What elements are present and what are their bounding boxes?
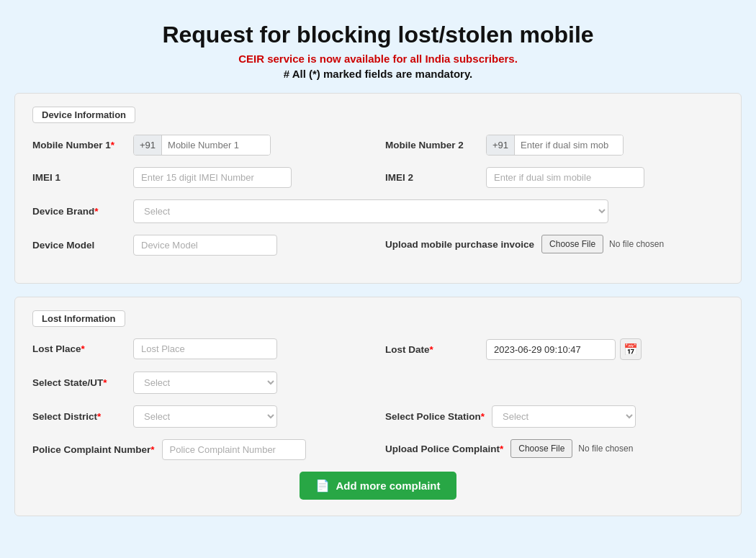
device-information-section: Device Information Mobile Number 1* +91 … — [14, 93, 742, 284]
lost-date-group: Lost Date* 📅 — [385, 338, 724, 360]
model-input[interactable] — [133, 235, 277, 256]
subtitle-black: # All (*) marked fields are mandatory. — [14, 68, 742, 80]
upload-invoice-label: Upload mobile purchase invoice — [385, 239, 534, 250]
police-station-select[interactable]: Select — [492, 405, 636, 428]
date-input-wrapper: 📅 — [486, 338, 642, 360]
lost-place-group: Lost Place* — [32, 338, 371, 359]
district-police-row: Select District* Select Select Police St… — [32, 405, 724, 428]
choose-file-complaint-button[interactable]: Choose File — [510, 439, 572, 458]
mobile-numbers-row: Mobile Number 1* +91 Mobile Number 2 +91 — [32, 135, 724, 156]
state-group: Select State/UT* Select — [32, 372, 371, 394]
mobile2-group: Mobile Number 2 +91 — [385, 135, 724, 156]
add-more-icon: 📄 — [315, 479, 330, 492]
imei2-label: IMEI 2 — [385, 172, 479, 183]
upload-invoice-group: Upload mobile purchase invoice Choose Fi… — [385, 235, 724, 253]
lost-place-date-row: Lost Place* Lost Date* 📅 — [32, 338, 724, 360]
model-upload-row: Device Model Upload mobile purchase invo… — [32, 235, 724, 256]
device-section-legend: Device Information — [32, 107, 135, 123]
imei2-group: IMEI 2 — [385, 167, 724, 188]
choose-file-invoice-button[interactable]: Choose File — [541, 235, 603, 253]
imei1-label: IMEI 1 — [32, 172, 126, 183]
add-more-complaint-button[interactable]: 📄 Add more complaint — [300, 472, 456, 500]
complaint-label: Police Complaint Number* — [32, 444, 155, 455]
mobile1-required: * — [111, 140, 114, 150]
mobile2-phone-wrapper: +91 — [486, 135, 624, 156]
district-select[interactable]: Select — [133, 405, 277, 428]
no-file-invoice-text: No file chosen — [609, 239, 664, 249]
lost-information-section: Lost Information Lost Place* Lost Date* … — [14, 297, 742, 516]
complaint-group: Police Complaint Number* — [32, 439, 371, 460]
mobile2-prefix: +91 — [487, 135, 515, 155]
upload-complaint-group: Upload Police Complaint* Choose File No … — [385, 439, 724, 458]
page-wrapper: Request for blocking lost/stolen mobile … — [14, 14, 742, 529]
lost-place-label: Lost Place* — [32, 343, 126, 354]
calendar-icon[interactable]: 📅 — [620, 338, 642, 360]
device-brand-select[interactable]: Select — [133, 199, 608, 223]
subtitle-red: CEIR service is now available for all In… — [14, 53, 742, 65]
district-group: Select District* Select — [32, 405, 371, 428]
imei-row: IMEI 1 IMEI 2 — [32, 167, 724, 188]
police-station-label: Select Police Station* — [385, 411, 485, 422]
upload-invoice-wrapper: Choose File No file chosen — [541, 235, 664, 253]
mobile2-input[interactable] — [515, 135, 623, 155]
mobile1-group: Mobile Number 1* +91 — [32, 135, 371, 156]
police-station-group: Select Police Station* Select — [385, 405, 724, 428]
mobile1-phone-wrapper: +91 — [133, 135, 271, 156]
upload-complaint-wrapper: Choose File No file chosen — [510, 439, 633, 458]
lost-date-label: Lost Date* — [385, 344, 479, 355]
device-brand-row: Device Brand* Select — [32, 199, 724, 223]
model-group: Device Model — [32, 235, 371, 256]
imei2-input[interactable] — [486, 167, 644, 188]
mobile1-label: Mobile Number 1* — [32, 140, 126, 150]
mobile2-label: Mobile Number 2 — [385, 140, 479, 150]
lost-date-input[interactable] — [486, 339, 616, 360]
state-select[interactable]: Select — [133, 372, 277, 394]
imei1-group: IMEI 1 — [32, 167, 371, 188]
imei1-input[interactable] — [133, 167, 292, 188]
device-brand-label: Device Brand* — [32, 206, 126, 217]
page-title: Request for blocking lost/stolen mobile — [14, 14, 742, 48]
no-file-complaint-text: No file chosen — [578, 444, 633, 454]
lost-section-legend: Lost Information — [32, 310, 125, 327]
district-label: Select District* — [32, 411, 126, 422]
complaint-input[interactable] — [162, 439, 306, 460]
state-row: Select State/UT* Select — [32, 372, 724, 394]
model-label: Device Model — [32, 240, 126, 251]
mobile1-prefix: +91 — [134, 135, 162, 155]
mobile1-input[interactable] — [162, 135, 270, 155]
state-label: Select State/UT* — [32, 377, 126, 388]
complaint-upload-row: Police Complaint Number* Upload Police C… — [32, 439, 724, 460]
lost-place-input[interactable] — [133, 338, 277, 359]
upload-complaint-label: Upload Police Complaint* — [385, 444, 503, 454]
